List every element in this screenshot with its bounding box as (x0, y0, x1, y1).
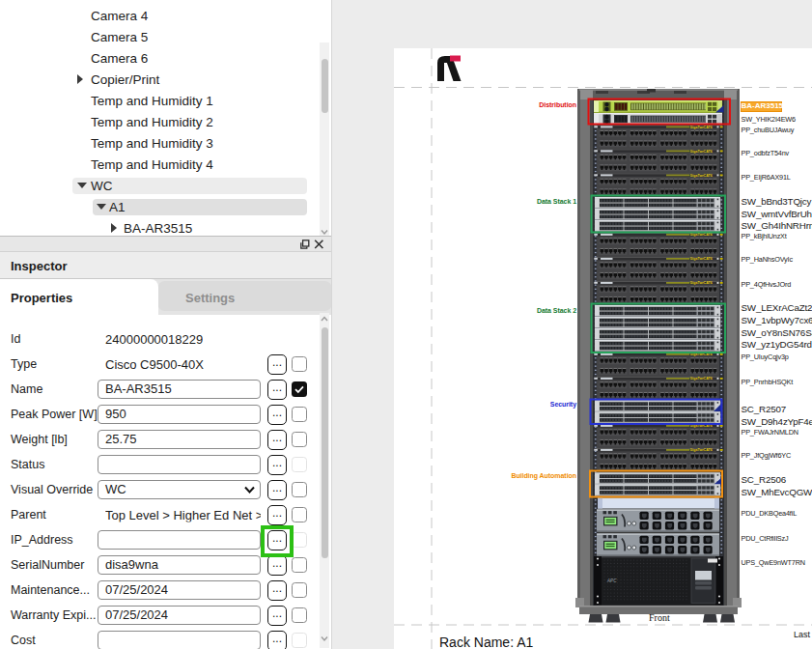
svg-text:GigaTwrCAT6: GigaTwrCAT6 (690, 233, 713, 237)
svg-text:GigaTwrCAT6: GigaTwrCAT6 (690, 281, 713, 285)
svg-text:GigaTwrCAT6: GigaTwrCAT6 (690, 257, 713, 261)
svg-text:APC: APC (606, 578, 617, 583)
svg-text:GigaTwrCAT6: GigaTwrCAT6 (690, 377, 713, 381)
svg-text:GigaTwrCAT6: GigaTwrCAT6 (690, 150, 713, 154)
svg-text:GigaTwrCAT6: GigaTwrCAT6 (690, 448, 713, 452)
svg-text:GigaTwrCAT6: GigaTwrCAT6 (690, 174, 713, 178)
svg-text:GigaTwrCAT6: GigaTwrCAT6 (690, 126, 713, 129)
